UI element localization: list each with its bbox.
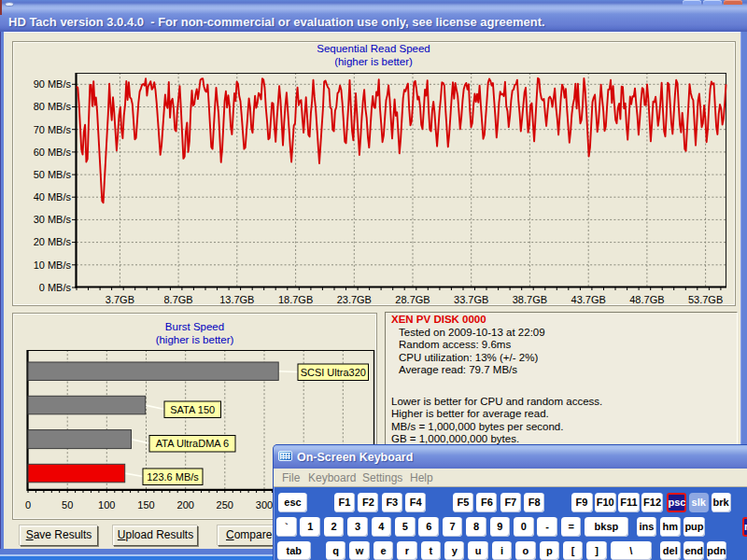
svg-text:150: 150 (137, 499, 154, 511)
svg-text:20 MB/s: 20 MB/s (34, 236, 72, 247)
svg-text:28.7GB: 28.7GB (395, 294, 430, 305)
svg-text:50 MB/s: 50 MB/s (34, 169, 72, 180)
svg-text:53.7GB: 53.7GB (688, 294, 723, 305)
svg-text:123.6 MB/s: 123.6 MB/s (147, 471, 199, 483)
svg-text:40 MB/s: 40 MB/s (34, 191, 72, 203)
svg-text:38.7GB: 38.7GB (513, 294, 547, 305)
svg-text:50: 50 (62, 499, 73, 511)
svg-text:300: 300 (256, 499, 273, 511)
svg-text:100: 100 (98, 499, 115, 511)
svg-text:70 MB/s: 70 MB/s (34, 124, 72, 135)
svg-text:60 MB/s: 60 MB/s (34, 147, 72, 158)
svg-text:80 MB/s: 80 MB/s (34, 101, 72, 112)
svg-text:SCSI Ultra320: SCSI Ultra320 (301, 367, 366, 378)
svg-text:SATA 150: SATA 150 (170, 404, 215, 415)
svg-text:3.7GB: 3.7GB (106, 294, 134, 305)
svg-text:8.7GB: 8.7GB (164, 294, 193, 305)
svg-text:250: 250 (217, 499, 233, 511)
svg-text:18.7GB: 18.7GB (278, 294, 313, 305)
svg-text:30 MB/s: 30 MB/s (34, 214, 72, 225)
svg-text:43.7GB: 43.7GB (571, 294, 606, 305)
svg-text:90 MB/s: 90 MB/s (34, 78, 72, 90)
svg-text:13.7GB: 13.7GB (219, 294, 254, 305)
svg-text:33.7GB: 33.7GB (454, 294, 488, 305)
svg-text:0 MB/s: 0 MB/s (39, 282, 72, 293)
svg-text:ATA UltraDMA 6: ATA UltraDMA 6 (156, 438, 229, 449)
svg-text:23.7GB: 23.7GB (337, 294, 372, 305)
svg-text:48.7GB: 48.7GB (629, 294, 664, 305)
svg-text:10 MB/s: 10 MB/s (34, 259, 72, 271)
svg-text:200: 200 (177, 499, 194, 511)
svg-text:0: 0 (25, 499, 31, 511)
